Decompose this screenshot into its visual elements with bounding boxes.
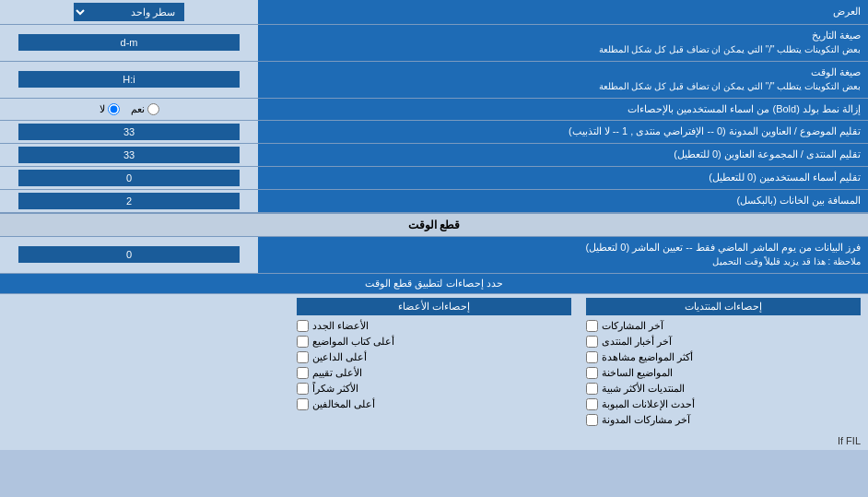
cb-mawadee3-sakhina[interactable]	[586, 367, 598, 379]
time-format-row: صيغة الوقتبعض التكوينات يتطلب "/" التي ي…	[0, 62, 868, 99]
cb-m-item-6: أعلى المخالفين	[297, 396, 571, 412]
forum-stats-header: إحصاءات المنتديات	[586, 298, 861, 315]
cb-akthar-mawadee3[interactable]	[586, 351, 598, 363]
cb-montadayaat-akthar[interactable]	[586, 383, 598, 395]
cb-top-inviters[interactable]	[297, 351, 309, 363]
radio-no-label[interactable]: لا	[100, 103, 120, 115]
cutoff-section-header: قطع الوقت	[0, 213, 868, 237]
cb-top-violators[interactable]	[297, 398, 309, 410]
footer-note: If FIL	[0, 432, 868, 450]
display-select[interactable]: سطر واحد	[74, 3, 184, 21]
cb-most-thanked[interactable]	[297, 383, 309, 395]
time-format-input-cell	[0, 62, 258, 98]
topic-title-input[interactable]	[18, 124, 240, 140]
cb-item-5: المنتديات الأكثر شبية	[586, 381, 861, 396]
user-names-label: تقليم أسماء المستخدمين (0 للتعطيل)	[258, 167, 868, 189]
cb-m-item-3: أعلى الداعين	[297, 349, 571, 365]
header-input-cell: سطر واحد	[0, 0, 258, 24]
date-format-input[interactable]	[18, 34, 240, 51]
bold-remove-label: إزالة نمط بولد (Bold) من اسماء المستخدمي…	[258, 99, 868, 120]
cb-akhir-mosharkaat[interactable]	[586, 320, 598, 332]
time-format-input[interactable]	[18, 71, 240, 88]
cb-new-members[interactable]	[297, 320, 309, 332]
cb-m-item-4: الأعلى تقييم	[297, 365, 571, 381]
user-names-row: تقليم أسماء المستخدمين (0 للتعطيل)	[0, 167, 868, 190]
members-stats-col: إحصاءات الأعضاء الأعضاء الجدد أعلى كتاب …	[289, 294, 579, 432]
cutoff-label: فرز البيانات من يوم الماشر الماضي فقط --…	[258, 237, 868, 273]
cb-item-6: أحدث الإعلانات المبوبة	[586, 396, 861, 412]
cb-m-item-1: الأعضاء الجدد	[297, 318, 571, 334]
topic-title-input-cell	[0, 121, 258, 143]
time-format-label: صيغة الوقتبعض التكوينات يتطلب "/" التي ي…	[258, 62, 868, 98]
checkbox-grid: إحصاءات المنتديات آخر المشاركات آخر أخبا…	[0, 294, 868, 432]
forum-title-input-cell	[0, 144, 258, 166]
radio-yes[interactable]	[147, 103, 159, 115]
members-stats-header: إحصاءات الأعضاء	[297, 298, 571, 315]
spacing-label: المسافة بين الخانات (بالبكسل)	[258, 190, 868, 212]
date-format-row: صيغة التاريخبعض التكوينات يتطلب "/" التي…	[0, 25, 868, 62]
cutoff-apply-label: حدد إحصاءات لتطبيق قطع الوقت	[0, 274, 868, 293]
topic-title-row: تقليم الموضوع / العناوين المدونة (0 -- ا…	[0, 121, 868, 144]
header-row: العرض سطر واحد	[0, 0, 868, 25]
forum-title-row: تقليم المنتدى / المجموعة العناوين (0 للت…	[0, 144, 868, 167]
cutoff-input-cell	[0, 237, 258, 273]
checkboxes-section: حدد إحصاءات لتطبيق قطع الوقت إحصاءات الم…	[0, 274, 868, 450]
cb-item-2: آخر أخبار المنتدى	[586, 334, 861, 349]
cb-m-item-2: أعلى كتاب المواضيع	[297, 334, 571, 349]
cb-m-item-5: الأكثر شكراً	[297, 381, 571, 396]
user-names-input[interactable]	[18, 170, 240, 186]
cb-top-rated[interactable]	[297, 367, 309, 379]
col3-empty	[0, 294, 289, 432]
cb-item-7: آخر مشاركات المدونة	[586, 412, 861, 428]
date-format-input-cell	[0, 25, 258, 61]
cutoff-apply-row: حدد إحصاءات لتطبيق قطع الوقت	[0, 274, 868, 294]
radio-yes-label[interactable]: نعم	[131, 103, 159, 115]
cb-top-writers[interactable]	[297, 336, 309, 348]
date-format-label: صيغة التاريخبعض التكوينات يتطلب "/" التي…	[258, 25, 868, 61]
display-label: العرض	[258, 0, 868, 24]
cutoff-row: فرز البيانات من يوم الماشر الماضي فقط --…	[0, 237, 868, 274]
radio-no[interactable]	[108, 103, 120, 115]
spacing-input-cell	[0, 190, 258, 212]
user-names-input-cell	[0, 167, 258, 189]
cb-ahdath-e3lanat[interactable]	[586, 398, 598, 410]
bold-remove-radio-cell: نعم لا	[0, 99, 258, 120]
main-container: العرض سطر واحد صيغة التاريخبعض التكوينات…	[0, 0, 868, 450]
cutoff-input[interactable]	[18, 246, 240, 263]
spacing-row: المسافة بين الخانات (بالبكسل)	[0, 190, 868, 213]
cb-item-4: المواضيع الساخنة	[586, 365, 861, 381]
cb-akhir-akhbar[interactable]	[586, 336, 598, 348]
topic-title-label: تقليم الموضوع / العناوين المدونة (0 -- ا…	[258, 121, 868, 143]
forum-title-label: تقليم المنتدى / المجموعة العناوين (0 للت…	[258, 144, 868, 166]
cb-item-1: آخر المشاركات	[586, 318, 861, 334]
forum-title-input[interactable]	[18, 147, 240, 163]
bold-remove-radio-group: نعم لا	[100, 101, 159, 117]
spacing-input[interactable]	[18, 193, 240, 209]
forum-stats-col: إحصاءات المنتديات آخر المشاركات آخر أخبا…	[579, 294, 868, 432]
bold-remove-row: إزالة نمط بولد (Bold) من اسماء المستخدمي…	[0, 99, 868, 121]
cb-akhir-madwana[interactable]	[586, 414, 598, 426]
cb-item-3: أكثر المواضيع مشاهدة	[586, 349, 861, 365]
